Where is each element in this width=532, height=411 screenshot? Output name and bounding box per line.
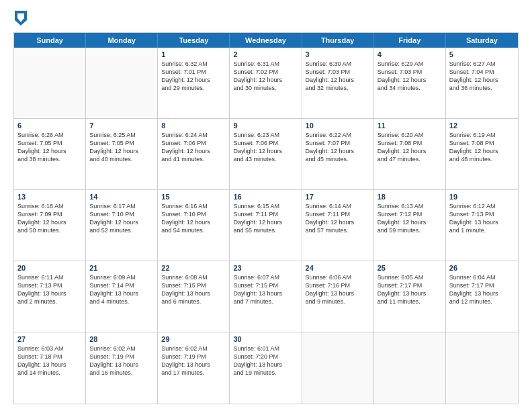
cell-info-line: and 38 minutes. xyxy=(17,155,82,163)
cell-info-line: Sunset: 7:03 PM xyxy=(378,68,442,76)
cell-info-line: Sunrise: 6:23 AM xyxy=(233,131,298,139)
cell-info-line: Sunrise: 6:16 AM xyxy=(161,202,226,210)
day-number: 27 xyxy=(17,335,82,343)
calendar-cell: 16Sunrise: 6:15 AMSunset: 7:11 PMDayligh… xyxy=(230,190,302,261)
cell-info-line: Sunrise: 6:12 AM xyxy=(449,202,515,210)
cell-info-line: Daylight: 12 hours xyxy=(306,76,370,84)
cell-info-line: Sunset: 7:06 PM xyxy=(161,139,226,147)
cell-info-line: Sunrise: 6:05 AM xyxy=(378,273,442,281)
cell-info-line: and 43 minutes. xyxy=(233,155,298,163)
cell-info-line: Daylight: 12 hours xyxy=(306,218,370,226)
day-number: 25 xyxy=(378,264,442,272)
day-number: 20 xyxy=(17,264,82,272)
cell-info-line: Sunrise: 6:26 AM xyxy=(17,131,82,139)
calendar-header-day: Sunday xyxy=(14,33,86,48)
cell-info-line: Daylight: 13 hours xyxy=(306,289,370,298)
cell-info-line: Daylight: 12 hours xyxy=(306,147,370,155)
cell-info-line: Daylight: 12 hours xyxy=(233,147,298,155)
calendar-cell: 8Sunrise: 6:24 AMSunset: 7:06 PMDaylight… xyxy=(158,119,230,189)
day-number: 7 xyxy=(89,122,154,130)
calendar-cell: 11Sunrise: 6:20 AMSunset: 7:08 PMDayligh… xyxy=(374,119,446,189)
calendar-header-day: Wednesday xyxy=(230,33,302,48)
calendar-cell: 3Sunrise: 6:30 AMSunset: 7:03 PMDaylight… xyxy=(302,48,374,118)
calendar-cell: 7Sunrise: 6:25 AMSunset: 7:05 PMDaylight… xyxy=(86,119,158,189)
calendar-cell xyxy=(446,332,518,404)
calendar-cell: 10Sunrise: 6:22 AMSunset: 7:07 PMDayligh… xyxy=(302,119,374,189)
cell-info-line: Sunrise: 6:29 AM xyxy=(378,60,442,68)
day-number: 12 xyxy=(449,122,515,130)
page: SundayMondayTuesdayWednesdayThursdayFrid… xyxy=(0,0,532,411)
cell-info-line: Sunset: 7:15 PM xyxy=(233,281,298,289)
calendar-cell xyxy=(302,332,374,404)
cell-info-line: and 7 minutes. xyxy=(233,298,298,306)
header xyxy=(13,11,519,26)
day-number: 29 xyxy=(161,335,226,343)
cell-info-line: and 59 minutes. xyxy=(378,226,442,234)
calendar-cell xyxy=(86,48,158,118)
day-number: 24 xyxy=(306,264,370,272)
cell-info-line: Sunrise: 6:04 AM xyxy=(449,273,515,281)
cell-info-line: Sunset: 7:05 PM xyxy=(17,139,82,147)
cell-info-line: Sunrise: 6:20 AM xyxy=(378,131,442,139)
cell-info-line: Daylight: 12 hours xyxy=(449,147,515,155)
cell-info-line: and 47 minutes. xyxy=(378,155,442,163)
cell-info-line: Daylight: 13 hours xyxy=(89,289,154,298)
cell-info-line: Sunset: 7:10 PM xyxy=(161,210,226,218)
calendar-header: SundayMondayTuesdayWednesdayThursdayFrid… xyxy=(14,33,518,48)
calendar-cell: 22Sunrise: 6:08 AMSunset: 7:15 PMDayligh… xyxy=(158,261,230,332)
cell-info-line: Sunset: 7:08 PM xyxy=(378,139,442,147)
calendar-cell: 17Sunrise: 6:14 AMSunset: 7:11 PMDayligh… xyxy=(302,190,374,261)
cell-info-line: and 34 minutes. xyxy=(378,84,442,92)
cell-info-line: Sunset: 7:17 PM xyxy=(378,281,442,289)
cell-info-line: Sunset: 7:17 PM xyxy=(449,281,515,289)
cell-info-line: Sunset: 7:11 PM xyxy=(306,210,370,218)
cell-info-line: and 14 minutes. xyxy=(17,369,82,377)
logo xyxy=(13,11,31,26)
calendar-cell: 23Sunrise: 6:07 AMSunset: 7:15 PMDayligh… xyxy=(230,261,302,332)
day-number: 15 xyxy=(161,193,226,201)
cell-info-line: and 30 minutes. xyxy=(233,84,298,92)
cell-info-line: Sunrise: 6:02 AM xyxy=(89,345,154,353)
calendar-header-day: Monday xyxy=(86,33,158,48)
cell-info-line: and 40 minutes. xyxy=(89,155,154,163)
cell-info-line: Sunrise: 6:11 AM xyxy=(17,273,82,281)
cell-info-line: Sunset: 7:02 PM xyxy=(233,68,298,76)
cell-info-line: Sunrise: 6:25 AM xyxy=(89,131,154,139)
cell-info-line: Sunrise: 6:13 AM xyxy=(378,202,442,210)
cell-info-line: Daylight: 12 hours xyxy=(161,218,226,226)
cell-info-line: Daylight: 12 hours xyxy=(17,147,82,155)
cell-info-line: and 11 minutes. xyxy=(378,298,442,306)
cell-info-line: Daylight: 13 hours xyxy=(233,289,298,298)
day-number: 30 xyxy=(233,335,298,343)
cell-info-line: Sunset: 7:08 PM xyxy=(449,139,515,147)
calendar-body: 1Sunrise: 6:32 AMSunset: 7:01 PMDaylight… xyxy=(14,48,518,404)
cell-info-line: Daylight: 12 hours xyxy=(233,76,298,84)
calendar-cell: 21Sunrise: 6:09 AMSunset: 7:14 PMDayligh… xyxy=(86,261,158,332)
day-number: 14 xyxy=(89,193,154,201)
cell-info-line: and 19 minutes. xyxy=(233,369,298,377)
calendar-cell xyxy=(374,332,446,404)
day-number: 21 xyxy=(89,264,154,272)
cell-info-line: and 54 minutes. xyxy=(161,226,226,234)
cell-info-line: Sunset: 7:10 PM xyxy=(89,210,154,218)
cell-info-line: Daylight: 13 hours xyxy=(161,289,226,298)
cell-info-line: and 1 minute. xyxy=(449,226,515,234)
cell-info-line: Sunset: 7:15 PM xyxy=(161,281,226,289)
cell-info-line: Sunrise: 6:07 AM xyxy=(233,273,298,281)
cell-info-line: Sunrise: 6:01 AM xyxy=(233,345,298,353)
cell-info-line: Sunrise: 6:09 AM xyxy=(89,273,154,281)
day-number: 16 xyxy=(233,193,298,201)
day-number: 2 xyxy=(233,50,298,58)
calendar-header-day: Thursday xyxy=(302,33,374,48)
day-number: 6 xyxy=(17,122,82,130)
cell-info-line: Sunrise: 6:06 AM xyxy=(306,273,370,281)
calendar-cell: 30Sunrise: 6:01 AMSunset: 7:20 PMDayligh… xyxy=(230,332,302,404)
cell-info-line: Daylight: 12 hours xyxy=(89,218,154,226)
cell-info-line: Daylight: 12 hours xyxy=(161,147,226,155)
cell-info-line: Sunset: 7:06 PM xyxy=(233,139,298,147)
cell-info-line: Sunrise: 6:08 AM xyxy=(161,273,226,281)
cell-info-line: and 9 minutes. xyxy=(306,298,370,306)
calendar-header-day: Saturday xyxy=(446,33,518,48)
cell-info-line: and 52 minutes. xyxy=(89,226,154,234)
cell-info-line: and 41 minutes. xyxy=(161,155,226,163)
